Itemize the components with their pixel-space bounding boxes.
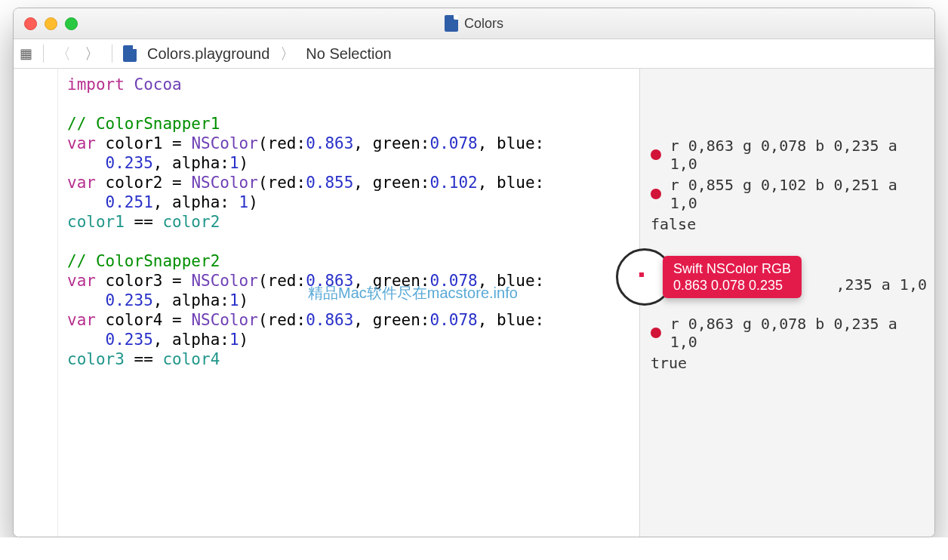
result-row[interactable]: false: [651, 215, 927, 233]
type: NSColor: [191, 272, 258, 290]
num: 0.078: [430, 272, 478, 290]
lbl: , green:: [353, 174, 429, 192]
result-text: r 0,863 g 0,078 b 0,235 a 1,0: [670, 315, 927, 351]
result-row[interactable]: true: [651, 354, 927, 372]
result-text: r 0,863 g 0,078 b 0,235 a 1,0: [670, 137, 927, 173]
keyword: var: [67, 311, 96, 329]
comment: // ColorSnapper2: [67, 252, 220, 270]
lbl: , green:: [353, 272, 429, 290]
divider: [112, 45, 112, 63]
divider: [43, 45, 44, 63]
indent: [67, 331, 106, 349]
paren: ): [239, 154, 249, 172]
gutter: [14, 69, 58, 537]
num: 1: [229, 291, 239, 309]
result-text: false: [651, 215, 696, 233]
keyword: var: [67, 134, 96, 152]
sampled-pixel-icon: [639, 272, 644, 277]
type: NSColor: [191, 134, 258, 152]
paren: (red:: [258, 272, 306, 290]
document-icon: [445, 15, 458, 32]
lbl: , alpha:: [153, 154, 229, 172]
lbl: , blue:: [478, 174, 545, 192]
lbl: , alpha:: [153, 291, 229, 309]
forward-button[interactable]: 〉: [83, 44, 101, 64]
window-title: Colors: [14, 15, 934, 32]
tooltip-values: 0.863 0.078 0.235: [673, 277, 791, 294]
num: 0.078: [430, 134, 478, 152]
num: 0.863: [306, 311, 353, 329]
num: 1: [229, 331, 239, 349]
lbl: , alpha:: [153, 331, 229, 349]
ident: color1: [67, 213, 125, 231]
num: 0.078: [430, 311, 478, 329]
results-sidebar: r 0,863 g 0,078 b 0,235 a 1,0 r 0,855 g …: [639, 69, 934, 537]
lbl: , blue:: [478, 134, 545, 152]
lbl: , green:: [353, 134, 429, 152]
var-name: color2: [106, 174, 163, 192]
type: NSColor: [191, 174, 258, 192]
lbl: , blue:: [478, 272, 545, 290]
editor-area: import Cocoa // ColorSnapper1 var color1…: [14, 69, 934, 537]
var-name: color1: [106, 134, 163, 152]
paren: ): [239, 291, 249, 309]
module: Cocoa: [134, 75, 182, 94]
var-name: color4: [106, 311, 163, 329]
comment: // ColorSnapper1: [67, 115, 220, 133]
indent: [67, 154, 106, 172]
paren: ): [248, 193, 258, 211]
tooltip-title: Swift NSColor RGB: [673, 260, 791, 277]
op: =: [162, 134, 191, 152]
type: NSColor: [191, 311, 258, 329]
indent: [67, 193, 106, 211]
keyword: var: [67, 272, 96, 290]
num: 0.855: [306, 174, 353, 192]
ident: color3: [67, 350, 125, 368]
result-row[interactable]: r 0,855 g 0,102 b 0,251 a 1,0: [651, 176, 927, 212]
result-text: r 0,855 g 0,102 b 0,251 a 1,0: [670, 176, 927, 212]
paren: (red:: [258, 174, 306, 192]
result-row[interactable]: r 0,863 g 0,078 b 0,235 a 1,0: [651, 315, 927, 351]
jumpbar: ▦ 〈 〉 Colors.playground 〉 No Selection: [14, 39, 934, 69]
num: 0.102: [430, 174, 478, 192]
color-tooltip: Swift NSColor RGB 0.863 0.078 0.235: [663, 256, 802, 298]
color-swatch-icon: [651, 328, 661, 338]
ident: color4: [162, 350, 220, 368]
lbl: , alpha:: [153, 193, 239, 211]
playground-icon: [123, 45, 137, 62]
back-button[interactable]: 〈: [54, 44, 72, 64]
num: 0.235: [106, 154, 153, 172]
jumpbar-selection[interactable]: No Selection: [306, 45, 391, 63]
op: ==: [125, 213, 163, 231]
lbl: , blue:: [478, 311, 545, 329]
color-swatch-icon: [651, 149, 661, 160]
num: 0.863: [306, 272, 353, 290]
result-text: ,235 a 1,0: [836, 275, 927, 294]
indent: [67, 291, 106, 309]
window-title-text: Colors: [464, 16, 503, 32]
lbl: , green:: [353, 311, 429, 329]
num: 0.235: [106, 291, 153, 309]
num: 1: [239, 193, 249, 211]
ident: color2: [162, 213, 220, 231]
source-editor[interactable]: import Cocoa // ColorSnapper1 var color1…: [58, 69, 639, 537]
paren: ): [239, 331, 249, 349]
var-name: color3: [106, 272, 163, 290]
result-text: true: [651, 354, 687, 372]
num: 0.251: [106, 193, 153, 211]
titlebar: Colors: [14, 8, 934, 39]
paren: (red:: [258, 311, 306, 329]
color-swatch-icon: [651, 189, 661, 199]
xcode-window: Colors ▦ 〈 〉 Colors.playground 〉 No Sele…: [13, 8, 935, 537]
keyword: import: [67, 75, 125, 94]
keyword: var: [67, 174, 96, 192]
jumpbar-file[interactable]: Colors.playground: [147, 45, 269, 63]
result-row[interactable]: r 0,863 g 0,078 b 0,235 a 1,0: [651, 137, 927, 173]
num: 0.863: [306, 134, 353, 152]
num: 0.235: [106, 331, 153, 349]
related-items-icon[interactable]: ▦: [20, 45, 32, 62]
num: 1: [229, 154, 239, 172]
op: ==: [125, 350, 163, 368]
chevron-right-icon: 〉: [280, 44, 295, 64]
paren: (red:: [258, 134, 306, 152]
